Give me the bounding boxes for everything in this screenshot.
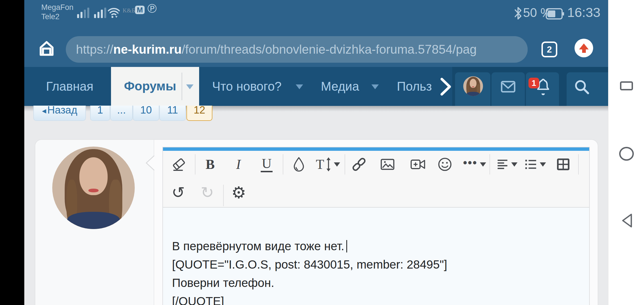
more-options-button[interactable]: •••: [456, 154, 493, 174]
battery-icon: [546, 8, 563, 19]
chevron-down-icon[interactable]: [186, 84, 193, 89]
signal-strength-icon: [77, 7, 89, 18]
editor-line: Поверни телефон.: [172, 274, 581, 292]
italic-button[interactable]: I: [229, 154, 248, 174]
pagination-page-10[interactable]: 10: [133, 106, 159, 121]
insert-image-button[interactable]: [378, 154, 397, 174]
alignment-button[interactable]: [491, 154, 522, 174]
search-icon[interactable]: [574, 79, 590, 95]
editor-line: В перевёрнутом виде тоже нет.: [172, 237, 581, 255]
undo-button[interactable]: ↺: [168, 183, 188, 202]
url-text: https://ne-kurim.ru/forum/threads/obnovl…: [76, 42, 477, 56]
pagination-ellipsis[interactable]: ...: [110, 106, 133, 121]
smilies-button[interactable]: [435, 154, 455, 174]
user-avatar-large[interactable]: [52, 147, 135, 229]
chevron-down-icon: [511, 162, 517, 167]
chevron-down-icon: [334, 162, 340, 167]
nav-item-forums-selected[interactable]: Форумы: [111, 67, 199, 106]
android-back-button[interactable]: [621, 213, 633, 228]
redo-button[interactable]: ↻: [197, 183, 217, 202]
pagination-page-11[interactable]: 11: [159, 106, 186, 121]
gmail-icon: M: [135, 6, 145, 14]
editor-line: [/QUOTE]: [172, 292, 581, 305]
underline-button[interactable]: U: [257, 154, 277, 174]
screen: MegaFon Tele2 К&Б M ℗ 50 % 16:33: [0, 0, 644, 305]
site-nav: Главная Форумы Что нового? Медиа Польз: [24, 67, 608, 106]
list-button[interactable]: [519, 154, 551, 174]
chevron-down-icon: [480, 162, 486, 167]
back-arrow-icon: ◂: [42, 106, 46, 115]
url-domain: ne-kurim.ru: [113, 42, 182, 56]
editor-settings-button[interactable]: ⚙: [229, 183, 249, 202]
chevron-down-icon: [540, 162, 546, 167]
android-recents-button[interactable]: [620, 81, 633, 90]
up-arrow-icon: [579, 43, 589, 49]
pinterest-icon: ℗: [147, 2, 156, 15]
address-bar[interactable]: https://ne-kurim.ru/forum/threads/obnovl…: [66, 36, 528, 63]
editor-textarea[interactable]: В перевёрнутом виде тоже нет. [QUOTE="I.…: [163, 207, 589, 305]
signal-strength-icon-2: [94, 7, 106, 18]
android-home-button[interactable]: [619, 147, 634, 161]
insert-media-button[interactable]: [408, 154, 428, 174]
carrier-line2: Tele2: [41, 12, 73, 21]
wifi-icon: [107, 7, 120, 19]
chevron-down-icon[interactable]: [296, 84, 303, 89]
post-editor: B I U T: [162, 147, 590, 305]
home-button[interactable]: [38, 40, 55, 57]
nav-item-media[interactable]: Медиа: [321, 79, 359, 93]
browser-chrome: MegaFon Tele2 К&Б M ℗ 50 % 16:33: [24, 0, 608, 67]
alerts-badge: 1: [528, 78, 539, 88]
nav-item-whats-new[interactable]: Что нового?: [212, 79, 282, 93]
camera-notch-strip: [0, 0, 24, 305]
remove-format-button[interactable]: [169, 154, 189, 174]
android-nav-bar: [608, 0, 644, 305]
table-button[interactable]: [553, 154, 573, 174]
text-cursor: [346, 240, 347, 252]
link-button[interactable]: [349, 154, 369, 174]
url-path: /forum/threads/obnovlenie-dvizhka-foruma…: [182, 42, 477, 56]
chevron-down-icon[interactable]: [371, 84, 379, 89]
browser-update-button[interactable]: [575, 39, 593, 57]
user-avatar-small[interactable]: [463, 76, 483, 96]
carrier-label: MegaFon Tele2: [41, 3, 73, 21]
tab-counter-button[interactable]: 2: [541, 42, 557, 57]
font-size-button[interactable]: T: [311, 154, 345, 174]
pagination-back-button[interactable]: ◂Назад: [33, 106, 86, 121]
pagination-page-1[interactable]: 1: [90, 106, 110, 121]
carrier-line1: MegaFon: [41, 3, 73, 12]
nav-item-home[interactable]: Главная: [46, 79, 93, 93]
text-color-button[interactable]: [289, 154, 309, 174]
pagination-page-12-current[interactable]: 12: [186, 106, 212, 121]
editor-accent-bar: [163, 147, 589, 151]
bluetooth-icon: [514, 6, 522, 20]
bold-button[interactable]: B: [200, 154, 220, 174]
nav-item-users[interactable]: Польз: [397, 79, 434, 93]
kb-app-icon: К&Б: [123, 7, 135, 14]
url-fade: [488, 36, 528, 63]
bubble-notch: [145, 155, 155, 171]
editor-line: [QUOTE="I.G.O.S, post: 8430015, member: …: [172, 255, 581, 274]
clock: 16:33: [567, 5, 601, 20]
url-scheme: https://: [76, 42, 113, 56]
nav-expand-chevron-icon[interactable]: [440, 77, 452, 96]
mail-icon[interactable]: [501, 81, 515, 93]
